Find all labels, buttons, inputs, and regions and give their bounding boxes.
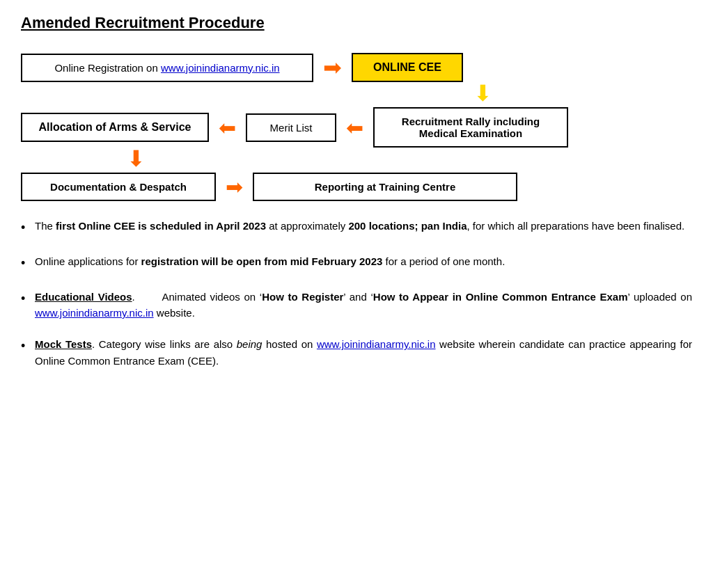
flow-diagram: Online Registration on www.joinindianarm… bbox=[21, 53, 692, 201]
arrow-cee-down: ⬇ bbox=[423, 82, 542, 104]
allocation-box: Allocation of Arms & Service bbox=[21, 113, 209, 142]
reg-link[interactable]: www.joinindianarmy.nic.in bbox=[161, 62, 280, 74]
arrow-doc-to-report: ➡ bbox=[226, 175, 243, 199]
registration-box: Online Registration on www.joinindianarm… bbox=[21, 54, 313, 82]
alloc-box-wrapper: Allocation of Arms & Service bbox=[21, 113, 209, 142]
bullet-item-2: • Online applications for registration w… bbox=[21, 253, 692, 273]
rally-box: Recruitment Rally including Medical Exam… bbox=[373, 107, 568, 148]
doc-despatch-box: Documentation & Despatch bbox=[21, 173, 216, 201]
bullet-text-2: Online applications for registration wil… bbox=[35, 253, 692, 269]
merit-list-box: Merit List bbox=[246, 113, 336, 142]
bullet-dot-1: • bbox=[21, 218, 35, 238]
reg-label: Online Registration on bbox=[54, 62, 161, 74]
bullet-item-3: • Educational Videos. Animated videos on… bbox=[21, 289, 692, 321]
link-mock-tests[interactable]: www.joinindianarmy.nic.in bbox=[317, 338, 436, 350]
reporting-box: Reporting at Training Centre bbox=[253, 173, 517, 201]
bullet-dot-3: • bbox=[21, 289, 35, 309]
online-cee-box: ONLINE CEE bbox=[352, 53, 463, 82]
arrow-merit-to-alloc: ⬅ bbox=[219, 116, 236, 140]
arrow-reg-to-cee: ➡ bbox=[323, 56, 342, 79]
page-title: Amended Recruitment Procedure bbox=[21, 14, 692, 32]
arrow-rally-to-merit: ⬅ bbox=[346, 116, 363, 140]
bullets-section: • The first Online CEE is scheduled in A… bbox=[21, 218, 692, 369]
bullet-item-4: • Mock Tests. Category wise links are al… bbox=[21, 336, 692, 369]
bullet-item-1: • The first Online CEE is scheduled in A… bbox=[21, 218, 692, 238]
link-edu-videos[interactable]: www.joinindianarmy.nic.in bbox=[35, 307, 154, 319]
bullet-text-1: The first Online CEE is scheduled in Apr… bbox=[35, 218, 692, 234]
bullet-text-3: Educational Videos. Animated videos on ‘… bbox=[35, 289, 692, 321]
bullet-dot-2: • bbox=[21, 254, 35, 273]
bullet-text-4: Mock Tests. Category wise links are also… bbox=[35, 336, 692, 369]
arrow-alloc-down: ⬇ bbox=[28, 148, 230, 170]
bullet-dot-4: • bbox=[21, 337, 35, 356]
